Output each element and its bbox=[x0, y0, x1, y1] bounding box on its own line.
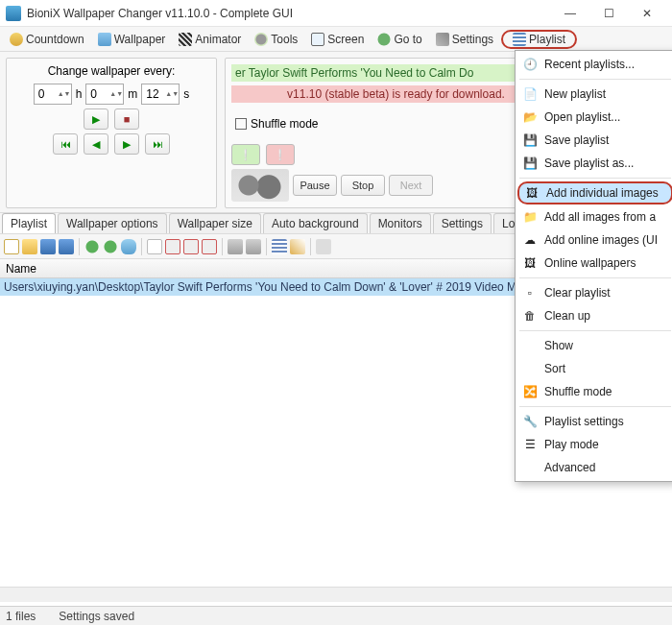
menu-recent-playlists[interactable]: 🕘Recent playlists... bbox=[516, 53, 672, 76]
list-icon[interactable] bbox=[272, 239, 287, 254]
stop-button[interactable]: Stop bbox=[341, 175, 385, 196]
menu-add-individual-images[interactable]: 🖼Add individual images bbox=[517, 181, 672, 204]
timer-play-button[interactable]: ▶ bbox=[84, 108, 108, 130]
menu-new-playlist[interactable]: 📄New playlist bbox=[516, 83, 672, 106]
del2-icon[interactable] bbox=[183, 239, 199, 254]
menu-shuffle-mode[interactable]: 🔀Shuffle mode bbox=[516, 380, 672, 403]
saveas-icon[interactable] bbox=[59, 239, 74, 254]
next-button[interactable]: Next bbox=[389, 175, 433, 196]
clock-icon bbox=[10, 33, 23, 46]
trash-icon[interactable] bbox=[228, 239, 243, 254]
minimize-button[interactable]: — bbox=[551, 0, 589, 27]
open-folder-icon[interactable] bbox=[22, 239, 37, 254]
menu-playlist[interactable]: Playlist bbox=[501, 30, 577, 49]
wrench-icon: 🔧 bbox=[521, 414, 539, 429]
maximize-button[interactable]: ☐ bbox=[589, 0, 628, 27]
cloud-add-icon: ☁ bbox=[521, 232, 539, 248]
clapper-icon bbox=[179, 33, 192, 46]
globe-icon bbox=[377, 33, 391, 46]
next-track-button[interactable]: ▶ bbox=[114, 133, 139, 155]
del3-icon[interactable] bbox=[202, 239, 217, 254]
playlist-icon bbox=[513, 33, 526, 46]
menu-playlist-settings[interactable]: 🔧Playlist settings bbox=[516, 410, 672, 433]
menu-save-playlist[interactable]: 💾Save playlist bbox=[516, 129, 672, 152]
seconds-unit: s bbox=[183, 87, 189, 101]
trash-icon: 🗑 bbox=[521, 308, 539, 324]
status-file-count: 1 files bbox=[6, 610, 36, 623]
flag-green-button[interactable]: ❕ bbox=[231, 144, 260, 165]
refresh-x-icon[interactable] bbox=[103, 239, 118, 254]
menu-clean-up[interactable]: 🗑Clean up bbox=[516, 304, 672, 327]
app-icon bbox=[6, 6, 21, 21]
menu-wallpaper[interactable]: Wallpaper bbox=[92, 31, 172, 48]
saveas-icon: 💾 bbox=[521, 156, 539, 171]
tab-wallpaper-size[interactable]: Wallpaper size bbox=[169, 213, 261, 233]
menu-clear-playlist[interactable]: ▫Clear playlist bbox=[516, 281, 672, 304]
gray-icon[interactable] bbox=[316, 239, 331, 254]
tab-playlist[interactable]: Playlist bbox=[2, 213, 56, 233]
tab-monitors[interactable]: Monitors bbox=[370, 213, 431, 233]
trash-x-icon[interactable] bbox=[246, 239, 261, 254]
menu-save-playlist-as[interactable]: 💾Save playlist as... bbox=[516, 152, 672, 175]
wrench-icon bbox=[436, 33, 449, 46]
minutes-unit: m bbox=[128, 87, 137, 101]
menu-advanced[interactable]: Advanced bbox=[516, 456, 672, 479]
menu-add-all-images[interactable]: 📁Add all images from a bbox=[516, 205, 672, 228]
menu-animator[interactable]: Animator bbox=[173, 31, 247, 48]
menu-add-online-images[interactable]: ☁Add online images (UI bbox=[516, 228, 672, 252]
menu-open-playlist[interactable]: 📂Open playlist... bbox=[516, 106, 672, 129]
timer-stop-button[interactable]: ■ bbox=[114, 108, 139, 130]
menubar: Countdown Wallpaper Animator Tools Scree… bbox=[0, 27, 672, 52]
minutes-input[interactable]: 0▲▼ bbox=[85, 84, 124, 105]
menu-countdown[interactable]: Countdown bbox=[4, 31, 90, 48]
flag-red-button[interactable]: ❕ bbox=[266, 144, 295, 165]
shuffle-checkbox[interactable]: Shuffle mode bbox=[235, 117, 319, 131]
image-icon bbox=[98, 33, 111, 46]
menu-settings[interactable]: Settings bbox=[430, 31, 499, 48]
menu-show[interactable]: Show bbox=[516, 334, 672, 357]
tab-auto-background[interactable]: Auto background bbox=[263, 213, 368, 233]
titlebar: BioniX Wallpaper Changer v11.10.0 - Comp… bbox=[0, 0, 672, 27]
folder-icon: 📂 bbox=[521, 109, 539, 125]
playlist-dropdown: 🕘Recent playlists... 📄New playlist 📂Open… bbox=[515, 50, 672, 482]
refresh-icon[interactable] bbox=[84, 239, 100, 254]
timer-title: Change wallpaper every: bbox=[12, 64, 210, 78]
add-folder-icon: 📁 bbox=[521, 209, 539, 225]
new-file-icon[interactable] bbox=[4, 239, 19, 254]
save-icon[interactable] bbox=[40, 239, 56, 254]
status-message: Settings saved bbox=[59, 610, 134, 623]
menu-play-mode[interactable]: ☰Play mode bbox=[516, 433, 672, 456]
del1-icon[interactable] bbox=[165, 239, 180, 254]
pause-button[interactable]: Pause bbox=[293, 175, 337, 196]
history-icon: 🕘 bbox=[521, 57, 539, 72]
shuffle-icon: 🔀 bbox=[521, 384, 539, 399]
menu-goto[interactable]: Go to bbox=[372, 31, 427, 48]
horizontal-scrollbar[interactable] bbox=[0, 587, 672, 602]
hours-input[interactable]: 0▲▼ bbox=[34, 84, 72, 105]
list-icon: ☰ bbox=[521, 437, 539, 452]
add-image-icon: 🖼 bbox=[523, 185, 540, 201]
close-button[interactable]: ✕ bbox=[628, 0, 666, 27]
blank-icon: ▫ bbox=[521, 285, 539, 300]
hours-unit: h bbox=[76, 87, 83, 101]
gear-icon bbox=[254, 33, 268, 46]
tab-settings[interactable]: Settings bbox=[433, 213, 492, 233]
seconds-input[interactable]: 12▲▼ bbox=[141, 84, 180, 105]
menu-screen[interactable]: Screen bbox=[305, 31, 370, 48]
prev-button[interactable]: ◀ bbox=[84, 133, 108, 155]
menu-online-wallpapers[interactable]: 🖼Online wallpapers bbox=[516, 252, 672, 275]
monitor-icon bbox=[311, 33, 324, 46]
cloud-icon[interactable] bbox=[121, 239, 136, 254]
save-icon: 💾 bbox=[521, 132, 539, 148]
statusbar: 1 files Settings saved bbox=[0, 606, 672, 625]
forward-button[interactable]: ⏭ bbox=[145, 133, 170, 155]
edit-icon[interactable] bbox=[290, 239, 305, 254]
rewind-button[interactable]: ⏮ bbox=[53, 133, 78, 155]
gears-icon bbox=[231, 169, 289, 202]
tab-wallpaper-options[interactable]: Wallpaper options bbox=[58, 213, 167, 233]
update-notice[interactable]: v11.10 (stable beta) is ready for downlo… bbox=[231, 85, 561, 103]
new-icon: 📄 bbox=[521, 86, 539, 102]
doc-icon[interactable] bbox=[147, 239, 162, 254]
menu-sort[interactable]: Sort bbox=[516, 357, 672, 380]
menu-tools[interactable]: Tools bbox=[249, 31, 303, 48]
